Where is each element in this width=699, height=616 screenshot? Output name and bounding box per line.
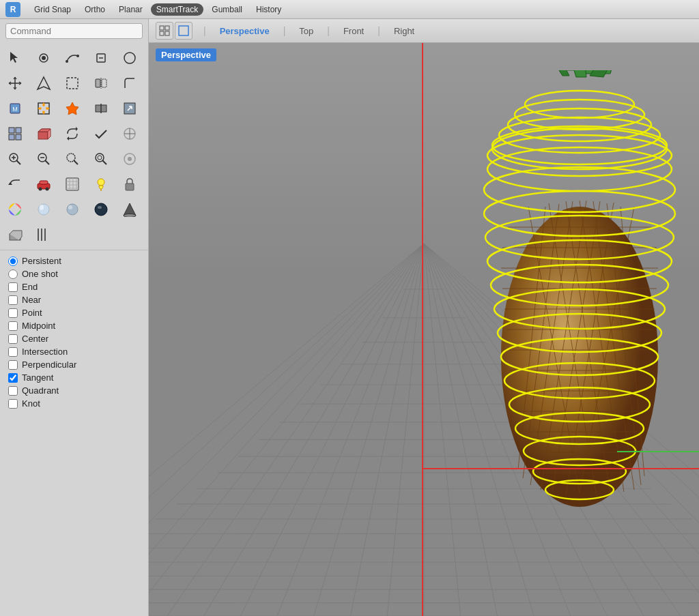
snap-center-label: Center xyxy=(22,334,48,344)
svg-rect-58 xyxy=(126,184,134,190)
sphere-tool[interactable] xyxy=(89,197,113,222)
left-sidebar: M xyxy=(0,19,149,616)
svg-point-64 xyxy=(95,203,107,216)
select-tool[interactable] xyxy=(3,46,27,70)
four-view-btn[interactable] xyxy=(156,22,173,40)
box-select[interactable] xyxy=(60,71,85,96)
svg-line-31 xyxy=(16,160,20,164)
svg-marker-6 xyxy=(38,77,50,89)
svg-marker-44 xyxy=(8,182,12,185)
svg-rect-8 xyxy=(96,79,100,87)
svg-rect-20 xyxy=(9,134,14,140)
explode-tool[interactable] xyxy=(60,96,85,121)
svg-point-65 xyxy=(98,206,102,209)
mirror-tool[interactable] xyxy=(89,71,113,96)
cone-tool[interactable] xyxy=(117,197,142,222)
trim-tool[interactable] xyxy=(89,46,113,70)
circle-tool[interactable] xyxy=(117,46,142,70)
svg-point-3 xyxy=(76,55,79,57)
lock-tool[interactable] xyxy=(117,172,142,196)
svg-point-48 xyxy=(46,188,49,191)
undo-tool[interactable] xyxy=(3,172,27,196)
persistent-radio[interactable]: Persistent xyxy=(8,256,140,266)
svg-rect-7 xyxy=(67,78,78,89)
gumball-btn[interactable]: Gumball xyxy=(206,3,248,16)
svg-point-62 xyxy=(67,204,78,215)
puzzle-tool[interactable] xyxy=(31,96,56,121)
light-tool[interactable] xyxy=(89,172,113,196)
snap-perpendicular[interactable]: Perpendicular xyxy=(8,360,140,370)
array-tool[interactable] xyxy=(31,222,56,247)
point-tool[interactable] xyxy=(31,46,56,70)
snap-midpoint[interactable]: Midpoint xyxy=(8,321,140,331)
svg-marker-24 xyxy=(38,129,51,132)
svg-point-5 xyxy=(124,53,135,63)
color-tool[interactable] xyxy=(3,197,27,222)
svg-point-47 xyxy=(39,188,42,191)
svg-text:M: M xyxy=(12,106,18,113)
command-input[interactable] xyxy=(5,23,143,39)
svg-rect-21 xyxy=(16,134,21,140)
rotate-tool[interactable] xyxy=(60,121,85,146)
history-btn[interactable]: History xyxy=(251,3,287,16)
oneshot-radio[interactable]: One shot xyxy=(8,269,140,279)
render2-tool[interactable] xyxy=(60,197,85,222)
zoom-out-tool[interactable] xyxy=(31,147,56,171)
zoom-extent[interactable] xyxy=(89,147,113,171)
grid-tool[interactable] xyxy=(3,121,27,146)
snap-near-label: Near xyxy=(22,295,41,305)
svg-point-113 xyxy=(484,167,675,212)
svg-line-41 xyxy=(102,160,106,164)
snap-end-label: End xyxy=(22,282,38,292)
pan-tool[interactable] xyxy=(3,71,27,96)
snap-point[interactable]: Point xyxy=(8,308,140,318)
pineapple-object xyxy=(460,70,679,534)
snap-tangent-label: Tangent xyxy=(22,372,53,383)
curve-tool[interactable] xyxy=(60,46,85,70)
zoom-tool[interactable] xyxy=(3,147,27,171)
ortho-btn[interactable]: Ortho xyxy=(79,3,111,16)
extract-tool[interactable] xyxy=(117,96,142,121)
tab-right[interactable]: Right xyxy=(386,23,423,39)
svg-point-67 xyxy=(124,214,136,218)
check-tool[interactable] xyxy=(89,121,113,146)
snap-center[interactable]: Center xyxy=(8,334,140,344)
tab-top[interactable]: Top xyxy=(291,23,322,39)
arrow-tool[interactable] xyxy=(31,71,56,96)
dimension-tool[interactable] xyxy=(117,121,142,146)
red-line-horizontal xyxy=(422,468,699,469)
grid-snap-btn[interactable]: Grid Snap xyxy=(29,3,76,16)
snap-perpendicular-label: Perpendicular xyxy=(22,360,76,370)
snap-knot[interactable]: Knot xyxy=(8,398,140,409)
snap-near[interactable]: Near xyxy=(8,295,140,305)
app-icon: R xyxy=(5,2,20,17)
tab-front[interactable]: Front xyxy=(335,23,372,39)
zoom-window[interactable] xyxy=(60,147,85,171)
named-view[interactable] xyxy=(117,147,142,171)
svg-rect-74 xyxy=(160,31,164,35)
fillet-tool[interactable] xyxy=(117,71,142,96)
split-tool[interactable] xyxy=(89,96,113,121)
snap-quadrant-label: Quadrant xyxy=(22,385,59,396)
snap-end[interactable]: End xyxy=(8,282,140,292)
snap-intersection-label: Intersection xyxy=(22,347,68,357)
snap-quadrant[interactable]: Quadrant xyxy=(8,385,140,396)
box-tool[interactable] xyxy=(31,121,56,146)
single-view-btn[interactable] xyxy=(175,22,192,40)
tab-perspective[interactable]: Perspective xyxy=(212,23,278,39)
svg-point-43 xyxy=(128,157,132,161)
svg-marker-26 xyxy=(67,136,69,141)
svg-line-38 xyxy=(74,160,78,164)
render-tool[interactable] xyxy=(31,197,56,222)
planar-btn[interactable]: Planar xyxy=(113,3,148,16)
texture-tool[interactable] xyxy=(60,172,85,196)
viewport-3d[interactable]: Perspective xyxy=(149,43,699,616)
svg-rect-13 xyxy=(38,103,49,114)
svg-rect-18 xyxy=(9,128,14,133)
car-tool[interactable] xyxy=(31,172,56,196)
snap-intersection[interactable]: Intersection xyxy=(8,347,140,357)
snap-tangent[interactable]: Tangent xyxy=(8,372,140,383)
move-tool[interactable]: M xyxy=(3,96,27,121)
smarttrack-btn[interactable]: SmartTrack xyxy=(151,3,204,16)
orient-tool[interactable] xyxy=(3,222,27,247)
